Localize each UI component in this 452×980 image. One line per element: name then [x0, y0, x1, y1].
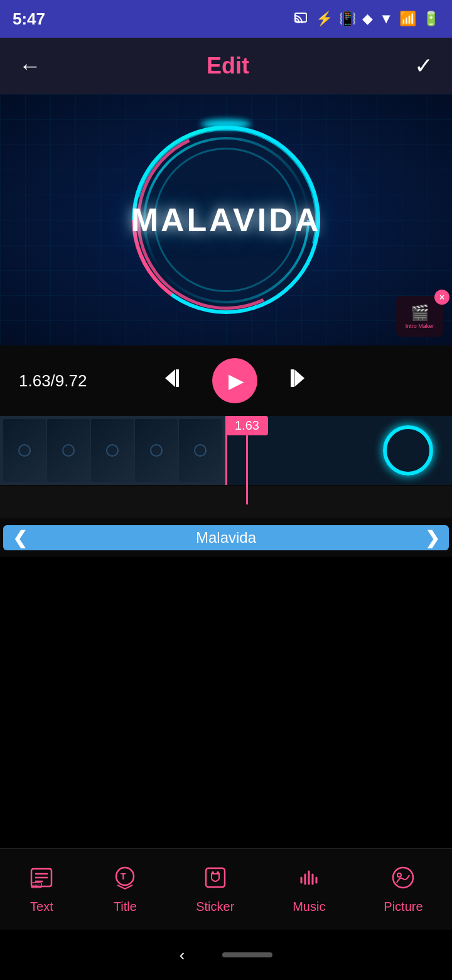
watermark: × 🎬 Intro Maker: [396, 296, 443, 337]
playback-buttons: ▶: [163, 358, 306, 403]
nav-label-text: Text: [30, 900, 53, 914]
status-icons: ⚡ 📳 ◆ ▼ 📶 🔋: [294, 9, 439, 28]
timeline-marker-line: [246, 435, 248, 504]
title-icon: T: [112, 865, 137, 896]
svg-rect-13: [206, 868, 225, 887]
bluetooth-icon: ⚡: [316, 11, 333, 27]
clip-arrow-right[interactable]: ❯: [425, 528, 439, 548]
clip-arrow-left[interactable]: ❮: [13, 528, 27, 548]
nav-label-picture: Picture: [384, 900, 422, 914]
svg-marker-1: [165, 369, 175, 387]
music-icon: [296, 865, 321, 896]
picture-icon: [390, 865, 416, 896]
ring-animation: MALAVIDA: [126, 119, 326, 320]
back-button[interactable]: ←: [19, 53, 41, 79]
timeline-frames: [0, 416, 225, 485]
nav-item-title[interactable]: T Title: [112, 865, 137, 914]
black-space: [0, 557, 452, 745]
time-display: 1.63/9.72: [19, 371, 87, 391]
playback-controls: 1.63/9.72 ▶: [0, 346, 452, 416]
frame-3: [91, 419, 134, 482]
svg-point-14: [212, 871, 214, 874]
frame-1: [3, 419, 46, 482]
nav-item-sticker[interactable]: Sticker: [196, 865, 234, 914]
nav-label-sticker: Sticker: [196, 900, 234, 914]
frame-4: [135, 419, 178, 482]
svg-marker-3: [294, 369, 304, 387]
nav-label-title: Title: [114, 900, 137, 914]
signal-icon: 📶: [399, 11, 416, 27]
system-back-button[interactable]: ‹: [180, 945, 185, 965]
battery-icon: 🔋: [422, 11, 439, 27]
watermark-close-button[interactable]: ×: [434, 290, 449, 305]
skip-back-button[interactable]: [163, 366, 187, 395]
skip-forward-button[interactable]: [282, 366, 306, 395]
svg-text:T: T: [121, 871, 126, 881]
preview-main-text: MALAVIDA: [131, 201, 321, 239]
nav-item-text[interactable]: ABC Text: [29, 865, 54, 914]
confirm-button[interactable]: ✓: [414, 53, 433, 79]
timeline-marker: 1.63: [226, 416, 268, 504]
svg-point-21: [393, 868, 413, 888]
header: ← Edit ✓: [0, 38, 452, 94]
ring-thumb-circle: [383, 425, 433, 476]
status-time: 5:47: [13, 9, 45, 29]
status-bar: 5:47 ⚡ 📳 ◆ ▼ 📶 🔋: [0, 0, 452, 38]
clip-label: Malavida: [196, 529, 256, 547]
watermark-icon: 🎬: [411, 304, 429, 322]
frame-5: [179, 419, 222, 482]
system-home-button[interactable]: [222, 952, 272, 957]
nav-item-picture[interactable]: Picture: [384, 865, 422, 914]
svg-point-22: [397, 873, 401, 877]
cast-icon: [294, 9, 309, 28]
timeline-marker-label: 1.63: [226, 416, 268, 435]
play-button[interactable]: ▶: [212, 358, 257, 403]
svg-rect-2: [176, 369, 179, 387]
vibrate-icon: 📳: [339, 11, 356, 27]
page-title: Edit: [207, 53, 249, 79]
svg-text:ABC: ABC: [33, 884, 41, 888]
system-nav: ‹: [0, 930, 452, 980]
watermark-label: Intro Maker: [406, 323, 434, 329]
sticker-icon: [203, 865, 228, 896]
frame-2: [47, 419, 90, 482]
svg-point-15: [217, 871, 219, 874]
timeline-section: 1.63 ❮ Malavida ❯: [0, 416, 452, 557]
boost-icon: ◆: [362, 11, 373, 27]
wifi-icon: ▼: [379, 11, 393, 27]
play-icon: ▶: [229, 369, 244, 393]
text-icon: ABC: [29, 865, 54, 896]
nav-item-music[interactable]: Music: [293, 865, 325, 914]
text-clip[interactable]: ❮ Malavida ❯: [3, 525, 449, 550]
svg-rect-4: [291, 369, 294, 387]
video-preview: MALAVIDA × 🎬 Intro Maker: [0, 94, 452, 346]
ring-thumbnail: [383, 425, 433, 476]
nav-label-music: Music: [293, 900, 325, 914]
text-track: ❮ Malavida ❯: [0, 519, 452, 557]
bottom-nav: ABC Text T Title Sticker: [0, 848, 452, 930]
timeline-clip-left: [0, 416, 227, 485]
